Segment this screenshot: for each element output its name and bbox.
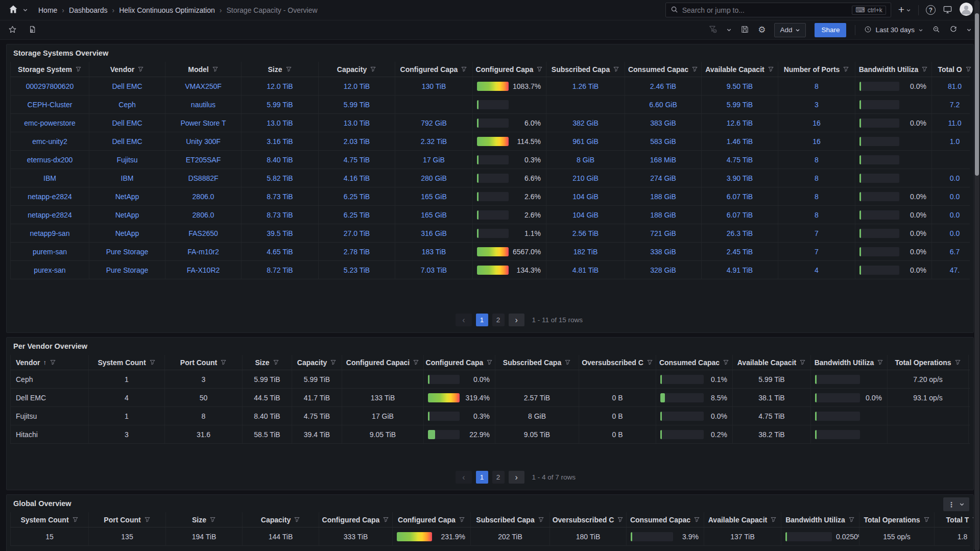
table-cell[interactable]: Pure Storage — [89, 243, 165, 260]
pagination-page-2[interactable]: 2 — [492, 314, 505, 326]
filter-icon[interactable] — [72, 516, 79, 523]
column-header-vendor[interactable]: Vendor↑ — [10, 355, 89, 370]
help-icon[interactable]: ? — [926, 5, 936, 15]
column-header-port-count[interactable]: Port Count — [89, 512, 166, 527]
table-cell[interactable]: 280 GiB — [421, 174, 447, 182]
table-cell[interactable]: 2806.0 — [165, 206, 242, 224]
table-cell[interactable]: 2806.0 — [165, 187, 242, 205]
column-header-model[interactable]: Model — [165, 62, 242, 77]
table-cell[interactable]: 0.0 — [950, 193, 960, 201]
table-cell[interactable]: netapp-e2824 — [10, 187, 89, 205]
filter-icon[interactable] — [50, 359, 56, 366]
table-cell[interactable]: 8 — [778, 151, 855, 169]
column-header-size[interactable]: Size — [243, 355, 292, 370]
filter-icon[interactable] — [285, 66, 292, 73]
table-cell[interactable]: IBM — [43, 174, 56, 182]
column-header-available-capacit[interactable]: Available Capacit — [702, 62, 778, 77]
table-cell[interactable]: FAS2650 — [165, 224, 242, 242]
table-cell[interactable]: 2806.0 — [193, 193, 214, 201]
table-cell[interactable]: 2.45 TiB — [727, 248, 753, 256]
table-cell[interactable]: netapp9-san — [30, 229, 70, 237]
table-cell[interactable]: netapp-e2824 — [10, 206, 89, 224]
table-cell[interactable]: DS8882F — [165, 169, 242, 187]
table-cell[interactable]: 188 GiB — [625, 187, 702, 205]
table-cell[interactable]: 2.56 TiB — [546, 224, 625, 242]
table-cell[interactable]: 2.03 TiB — [344, 137, 370, 146]
column-header-configured-capa[interactable]: Configured Capa — [424, 355, 495, 370]
table-cell[interactable]: emc-powerstore — [24, 119, 75, 127]
table-cell[interactable]: eternus-dx200 — [27, 156, 73, 164]
table-cell[interactable]: 4.81 TiB — [572, 266, 599, 274]
table-cell[interactable]: 104 GiB — [546, 206, 625, 224]
filter-icon[interactable] — [723, 359, 729, 366]
table-cell[interactable]: 27.0 TiB — [319, 224, 395, 242]
table-cell[interactable]: Pure Storage — [89, 261, 165, 279]
table-cell[interactable]: emc-powerstore — [10, 114, 89, 132]
column-header-size[interactable]: Size — [166, 512, 243, 527]
table-cell[interactable]: 2806.0 — [193, 211, 214, 219]
table-cell[interactable]: 383 GiB — [650, 119, 676, 127]
page-scrollbar[interactable] — [974, 0, 979, 551]
table-cell[interactable]: 316 GiB — [421, 229, 447, 237]
column-header-port-count[interactable]: Port Count — [165, 355, 243, 370]
table-cell[interactable]: FA-m10r2 — [165, 243, 242, 260]
table-cell[interactable]: Pure Storage — [106, 248, 149, 256]
table-cell[interactable]: 4.91 TiB — [727, 266, 753, 274]
table-cell[interactable]: 8 — [778, 77, 855, 95]
search-input[interactable]: Search or jump to... ⌨ ctrl+k — [665, 3, 891, 17]
column-header-available-capacit[interactable]: Available Capacit — [733, 355, 811, 370]
column-header-size[interactable]: Size — [242, 62, 319, 77]
table-cell[interactable]: 12.0 TiB — [242, 77, 319, 95]
table-cell[interactable]: 6.60 GiB — [625, 95, 702, 113]
table-cell[interactable]: 7 — [778, 224, 855, 242]
table-cell[interactable]: 165 GiB — [421, 193, 447, 201]
table-cell[interactable]: 6.7 — [950, 248, 960, 256]
table-cell[interactable]: 168 MiB — [650, 156, 676, 164]
column-header-configured-capa[interactable]: Configured Capa — [395, 62, 473, 77]
table-cell[interactable]: 8 — [815, 174, 819, 182]
table-cell[interactable]: 188 GiB — [650, 211, 676, 219]
table-cell[interactable]: 165 GiB — [421, 211, 447, 219]
table-cell[interactable]: 4.81 TiB — [546, 261, 625, 279]
filter-variables-icon[interactable] — [708, 25, 718, 35]
table-cell[interactable]: 2.32 TiB — [421, 137, 447, 146]
filter-icon[interactable] — [647, 359, 653, 366]
table-cell[interactable]: 17 GiB — [423, 156, 445, 164]
zoom-out-icon[interactable] — [932, 25, 941, 35]
table-cell[interactable]: 792 GiB — [395, 114, 473, 132]
table-cell[interactable]: 2.32 TiB — [395, 132, 473, 150]
table-cell[interactable]: 168 MiB — [625, 151, 702, 169]
table-cell[interactable]: FA-X10R2 — [165, 261, 242, 279]
table-cell[interactable]: 130 TiB — [395, 77, 473, 95]
chevron-down-icon[interactable] — [22, 7, 28, 13]
table-cell[interactable]: 1.46 TiB — [702, 132, 778, 150]
table-cell[interactable]: Power Store T — [165, 114, 242, 132]
table-cell[interactable]: 8.73 TiB — [267, 193, 293, 201]
table-cell[interactable]: purex-san — [10, 261, 89, 279]
filter-icon[interactable] — [799, 359, 806, 366]
pagination-next-button[interactable]: › — [509, 314, 524, 326]
table-cell[interactable]: emc-unity2 — [32, 137, 67, 146]
table-cell[interactable]: 3 — [815, 101, 819, 109]
column-header-system-count[interactable]: System Count — [10, 512, 89, 527]
monitor-icon[interactable] — [943, 5, 952, 16]
star-icon[interactable] — [8, 25, 17, 35]
table-cell[interactable]: FA-m10r2 — [187, 248, 219, 256]
table-cell[interactable]: 9.50 TiB — [702, 77, 778, 95]
table-cell[interactable]: 5.99 TiB — [319, 95, 395, 113]
column-header-system-count[interactable]: System Count — [89, 355, 165, 370]
table-cell[interactable]: 12.0 TiB — [344, 82, 370, 90]
pagination-next-button[interactable]: › — [509, 471, 524, 484]
table-cell[interactable]: 16 — [812, 119, 821, 127]
table-cell[interactable]: 8 — [815, 82, 819, 90]
table-cell[interactable]: 5.82 TiB — [242, 169, 319, 187]
table-cell[interactable]: 16 — [778, 114, 855, 132]
column-header-bandwidth-utiliza[interactable]: Bandwidth Utiliza — [781, 512, 859, 527]
table-cell[interactable]: 13.0 TiB — [344, 119, 370, 127]
table-cell[interactable]: 8 — [815, 211, 819, 219]
table-cell[interactable]: 7 — [778, 243, 855, 260]
column-header-total-operations[interactable]: Total Operations — [888, 355, 969, 370]
table-cell[interactable]: Fujitsu — [89, 151, 165, 169]
table-cell[interactable]: 16 — [778, 132, 855, 150]
add-button[interactable]: Add — [774, 23, 806, 37]
